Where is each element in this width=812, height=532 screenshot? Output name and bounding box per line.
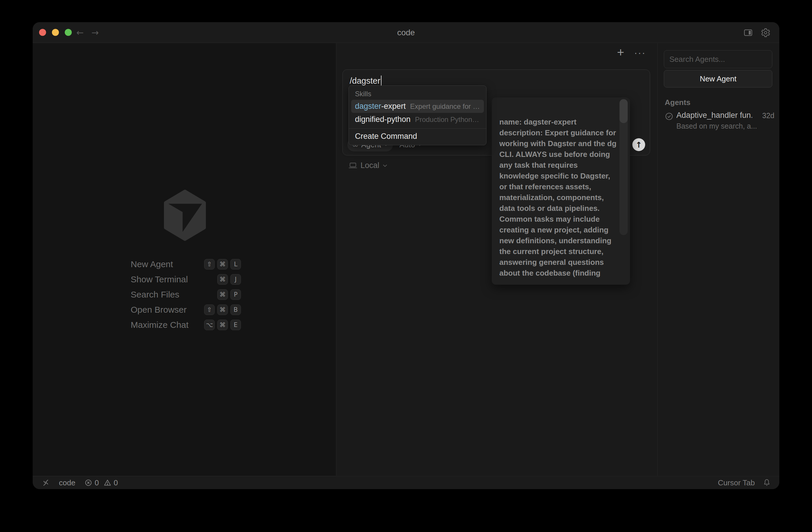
keycap-cmd: ⌘ [217, 289, 228, 300]
create-command-item[interactable]: Create Command [349, 129, 486, 145]
agent-title: Adaptive_handler fun... [676, 111, 752, 120]
warning-icon [103, 479, 112, 487]
shortcut-label: Maximize Chat [131, 320, 188, 330]
keycap-letter: P [230, 289, 241, 300]
chat-panel: + ··· /dagster ∞ Agent [336, 43, 657, 476]
dropdown-item-description: Expert guidance for wo... [410, 102, 480, 111]
command-dropdown: Skills dagster-expert Expert guidance fo… [349, 85, 487, 145]
agent-list-item[interactable]: Adaptive_handler fun... 32d Based on my … [662, 109, 775, 134]
warning-count: 0 [114, 478, 118, 487]
app-window: ← → code [33, 22, 779, 489]
workspace-name[interactable]: code [59, 478, 75, 487]
gear-icon[interactable] [761, 28, 771, 38]
runtime-label: Local [361, 161, 379, 170]
problems-indicator[interactable]: 0 0 [85, 478, 120, 487]
keycap-shift: ⇧ [204, 259, 215, 270]
agents-section-title: Agents [665, 98, 691, 107]
arrow-up-icon: ↑ [636, 140, 642, 149]
shortcut-row: Open Browser ⇧ ⌘ B [131, 302, 241, 317]
dropdown-section-header: Skills [349, 87, 486, 100]
scrollbar-thumb[interactable] [620, 99, 628, 123]
shortcut-label: Open Browser [131, 305, 187, 315]
skill-preview-tooltip: name: dagster-expert description: Expert… [492, 97, 630, 285]
shortcut-row: Search Files ⌘ P [131, 287, 241, 302]
toggle-panel-icon[interactable] [743, 28, 753, 38]
runtime-selector[interactable]: Local [349, 161, 387, 170]
editor-welcome-pane: New Agent ⇧ ⌘ L Show Terminal ⌘ J [33, 43, 336, 476]
window-title: code [33, 22, 779, 43]
shortcut-row: Maximize Chat ⌥ ⌘ E [131, 317, 241, 332]
shortcut-label: New Agent [131, 259, 173, 269]
chevron-down-icon [383, 164, 387, 167]
text-cursor [381, 75, 381, 86]
keycap-letter: L [230, 259, 241, 270]
agents-sidebar: New Agent Agents Adaptive_handler fun...… [657, 43, 779, 476]
dropdown-item-description: Production Python c... [415, 115, 480, 124]
dropdown-item-dignified-python[interactable]: dignified-python Production Python c... [351, 113, 484, 126]
keycap-letter: B [230, 304, 241, 315]
status-bar: code 0 [33, 476, 779, 489]
desktop-background: ← → code [0, 0, 812, 532]
bell-icon[interactable] [763, 479, 771, 487]
keycap-shift: ⇧ [204, 304, 215, 315]
dropdown-item-dagster-expert[interactable]: dagster-expert Expert guidance for wo... [351, 100, 484, 113]
skill-description-text: name: dagster-expert description: Expert… [499, 117, 617, 278]
titlebar: ← → code [33, 22, 779, 43]
error-icon [85, 479, 92, 487]
scrollbar[interactable] [620, 99, 628, 235]
new-agent-button[interactable]: New Agent [664, 70, 772, 87]
error-count: 0 [95, 478, 99, 487]
new-chat-icon[interactable]: + [617, 47, 624, 58]
keycap-cmd: ⌘ [217, 304, 228, 315]
keycap-cmd: ⌘ [217, 320, 228, 330]
agent-age: 32d [762, 112, 774, 120]
send-button[interactable]: ↑ [632, 138, 645, 151]
agent-subtitle: Based on my search, a... [676, 122, 757, 130]
remote-indicator-icon[interactable] [42, 479, 49, 487]
more-options-icon[interactable]: ··· [634, 47, 646, 58]
shortcut-row: New Agent ⇧ ⌘ L [131, 257, 241, 272]
chat-input-text: /dagster [350, 75, 381, 86]
search-agents-input[interactable] [664, 50, 772, 68]
keycap-letter: J [230, 274, 241, 285]
keycap-option: ⌥ [204, 320, 215, 330]
keycap-cmd: ⌘ [217, 259, 228, 270]
check-circle-icon [665, 112, 673, 121]
keycap-cmd: ⌘ [217, 274, 228, 285]
shortcut-list: New Agent ⇧ ⌘ L Show Terminal ⌘ J [131, 257, 241, 332]
shortcut-row: Show Terminal ⌘ J [131, 272, 241, 287]
cursor-tab-status[interactable]: Cursor Tab [718, 478, 755, 487]
shortcut-label: Search Files [131, 290, 179, 300]
shortcut-label: Show Terminal [131, 274, 188, 284]
cursor-logo-icon [162, 189, 208, 241]
laptop-icon [349, 162, 357, 169]
keycap-letter: E [230, 320, 241, 330]
